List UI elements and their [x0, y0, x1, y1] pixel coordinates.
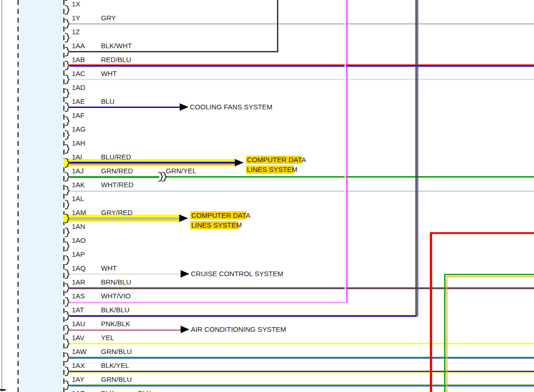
continuation-arrow-icon [179, 215, 188, 222]
system-label: CRUISE CONTROL SYSTEM [191, 270, 283, 278]
pin-bracket [64, 5, 70, 17]
wire-color-label: WHT [101, 70, 117, 77]
bus-wire-green-horizontal [444, 274, 534, 275]
pin-label: 1AH [72, 139, 85, 147]
wire-color-label: GRN/BLU [101, 348, 132, 355]
pin-label: 1AU [72, 320, 85, 328]
pin-label: 1X [72, 0, 80, 8]
pin-bracket [64, 102, 70, 114]
pin-bracket [64, 0, 70, 3]
pin-bracket [64, 158, 70, 170]
riser-wire-blk-blu [415, 0, 417, 316]
pin-label: 1AW [72, 348, 87, 355]
pin-label: 1AK [72, 181, 85, 189]
pin-label: 1AY [72, 376, 84, 383]
wire-color-label: BLU [101, 98, 114, 105]
pin-label: 1AF [72, 112, 85, 119]
pin-label: 1AA [72, 42, 85, 50]
system-label: COOLING FANS SYSTEM [190, 103, 272, 111]
wire-color-label: GRN/BLU [101, 376, 132, 383]
splice-color-label: GRN/YEL [166, 167, 196, 175]
wire-stripe-wht-red [69, 191, 534, 192]
pin-bracket [64, 367, 70, 378]
wire-color-label: BRN/BLU [101, 278, 131, 286]
wire-stripe-brn-blu [69, 289, 534, 290]
bus-wire-red-vertical [430, 232, 432, 392]
wire-stripe-pnk-blk [69, 330, 181, 331]
wire-stripe-gry-red [69, 220, 179, 221]
wire-color-label: PNK/BLK [101, 320, 130, 328]
wire-gry-red [69, 217, 179, 220]
pin-bracket [64, 186, 70, 197]
pin-label: 1AC [72, 70, 85, 77]
pin-bracket [64, 200, 70, 211]
wire-color-label: BLK/YEL [101, 362, 129, 369]
pin-bracket [64, 297, 70, 309]
wire-stripe-blk-yel [69, 372, 534, 373]
pin-label: 1AV [72, 334, 84, 341]
wire-color-label: WHT/VIO [101, 292, 131, 300]
pin-label: 1Z [72, 28, 80, 36]
wire-stripe-red-blu [69, 65, 534, 67]
riser-wire-wht-vio [345, 0, 346, 303]
pin-bracket [64, 214, 70, 225]
wiring-diagram-canvas: 1X1YGRY1Z1AABLK/WHT1ABRED/BLU1ACWHT1AD1A… [0, 0, 534, 392]
pin-bracket [64, 116, 70, 128]
pin-label: 1AB [72, 56, 85, 63]
pin-label: 1AE [72, 98, 85, 105]
bus-wire-green-vertical [444, 274, 446, 392]
pin-label: 1AP [72, 251, 85, 258]
wire-color-label: RED/BLU [101, 56, 131, 63]
system-label-line1: COMPUTER DATA [190, 211, 251, 220]
wire-yel [69, 343, 534, 344]
bus-wire-orange-horizontal [446, 276, 534, 277]
riser-wire-stripe-wht-vio [346, 0, 347, 303]
pin-bracket [64, 353, 70, 364]
wire-stripe-grn-red [69, 177, 159, 178]
pin-label: 1AG [72, 126, 86, 133]
pin-label: 1AT [72, 306, 84, 314]
wire-color-label: BLK [101, 390, 114, 392]
wire-stripe-blu-red [69, 164, 235, 165]
pin-bracket [64, 241, 70, 253]
wire-blk-wht [69, 51, 278, 52]
pin-bracket [64, 283, 70, 295]
pin-label: 1AZ [72, 390, 85, 392]
pin-label: 1AQ [72, 265, 86, 272]
pin-label: 1AJ [72, 167, 84, 175]
system-label: AIR CONDITIONING SYSTEM [191, 326, 286, 333]
pin-bracket [64, 47, 70, 58]
continuation-arrow-icon [235, 159, 244, 166]
pin-bracket [64, 255, 70, 267]
pin-label: 1AS [72, 292, 85, 300]
pin-bracket [64, 380, 70, 392]
pin-bracket [64, 172, 70, 183]
pin-label: 1Y [72, 14, 80, 22]
pin-bracket [64, 61, 70, 72]
wire-color-label-2: BLK [138, 390, 151, 392]
wire-stripe-grn-yel [165, 177, 534, 178]
continuation-arrow-icon [181, 326, 189, 333]
riser-wire-blk-wht [277, 0, 278, 52]
pin-bracket [64, 130, 70, 142]
pin-label: 1AM [72, 209, 86, 216]
pin-bracket [64, 144, 70, 156]
pin-bracket [64, 325, 70, 336]
pin-bracket [64, 19, 70, 31]
wire-color-label: GRN/RED [101, 167, 133, 175]
wire-color-label: WHT [101, 265, 117, 272]
wire-color-label: BLK/WHT [101, 42, 132, 50]
pin-bracket [64, 311, 70, 322]
bus-wire-red-horizontal [430, 232, 534, 234]
wire-stripe-grn-blu [69, 358, 534, 359]
pin-bracket [64, 33, 70, 44]
pin-bracket [64, 75, 70, 86]
system-label-line2: LINES SYSTEM [246, 165, 298, 174]
pin-bracket [64, 269, 70, 281]
system-label-line2: LINES SYSTEM [190, 221, 243, 229]
wire-gry [69, 23, 534, 25]
wire-wht [69, 273, 181, 275]
wire-stripe-grn-blu [69, 386, 534, 387]
pin-bracket [64, 339, 70, 350]
wire-blu [69, 107, 180, 108]
